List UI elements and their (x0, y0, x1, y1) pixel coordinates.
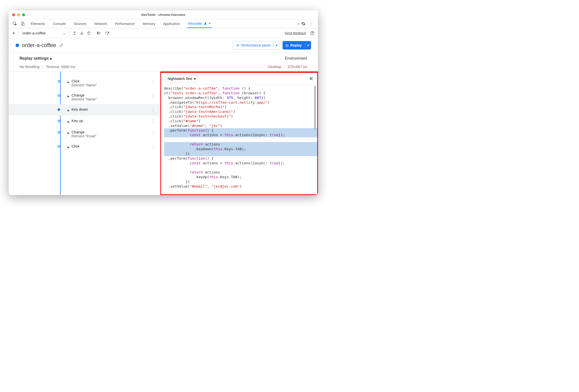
step-menu-icon[interactable]: ⋮ (151, 79, 155, 84)
scrollbar-track[interactable] (314, 85, 316, 194)
step-menu-icon[interactable]: ⋮ (151, 93, 155, 98)
inspect-icon[interactable] (11, 21, 18, 26)
window-title: DevTools - chrome://version/ (9, 13, 318, 17)
replay-dropdown-icon[interactable]: ▾ (305, 43, 311, 47)
step-play-icon[interactable] (97, 31, 102, 35)
scrollbar-thumb[interactable] (314, 86, 316, 130)
step-dot-icon (58, 131, 60, 134)
export-icon[interactable] (72, 31, 77, 35)
replay-button-label: Replay (290, 43, 302, 47)
recording-name: order-a-coffee (22, 31, 46, 35)
chevron-right-icon: ▸ (68, 94, 70, 98)
tab-network[interactable]: Network (93, 19, 108, 28)
recording-selector[interactable]: order-a-coffee ⌵ (21, 31, 66, 35)
svg-rect-2 (22, 23, 24, 25)
close-window-button[interactable] (12, 13, 15, 16)
step-title: Change (72, 93, 160, 97)
minimize-window-button[interactable] (17, 13, 20, 16)
performance-panel-label: Performance panel (241, 43, 271, 47)
step-subtitle: Element "Name" (72, 83, 160, 87)
separator (43, 64, 43, 69)
steps-panel: ▸ClickElement "Name"⋮▸ChangeElement "Nam… (9, 72, 160, 195)
panel-tabs: ElementsConsoleSourcesNetworkPerformance… (9, 19, 318, 28)
chevron-right-icon: ▸ (68, 108, 70, 113)
step-row[interactable]: ▸ClickElement "Name"⋮ (9, 76, 160, 90)
recorder-toolbar: + order-a-coffee ⌵ Send feedback (9, 28, 318, 38)
device-toggle-icon[interactable] (19, 21, 26, 26)
step-row[interactable]: ▸Click⋮ (9, 141, 160, 153)
chevron-down-icon: ▾ (194, 77, 196, 81)
replay-button[interactable]: ▷ Replay ▾ (283, 41, 311, 50)
separator (27, 21, 27, 26)
chevron-right-icon: ▸ (68, 145, 70, 150)
tab-performance[interactable]: Performance (114, 19, 136, 28)
tab-memory[interactable]: Memory (142, 19, 156, 28)
step-title: Change (72, 130, 160, 134)
chevron-right-icon: ▸ (68, 119, 70, 124)
svg-point-4 (107, 34, 108, 35)
chevron-right-icon: ▸ (68, 80, 70, 84)
step-menu-icon[interactable]: ⋮ (151, 107, 155, 113)
env-device: Desktop (268, 65, 281, 69)
performance-panel-button[interactable]: Performance panel ▾ (233, 41, 280, 50)
step-row[interactable]: ▸Key up⋮ (9, 116, 160, 127)
edit-title-icon[interactable] (59, 43, 64, 48)
step-dot-icon (58, 108, 60, 111)
step-title: Click (72, 79, 160, 83)
help-icon[interactable] (310, 31, 314, 35)
titlebar: DevTools - chrome://version/ (9, 10, 318, 19)
new-recording-button[interactable]: + (12, 30, 15, 36)
replay-settings-toggle[interactable]: Replay settings ▸ (19, 56, 52, 61)
tab-elements[interactable]: Elements (30, 19, 46, 28)
step-menu-icon[interactable]: ⋮ (151, 144, 155, 150)
code-panel-toolbar: Nightwatch Test ▾ ✕ (161, 73, 317, 85)
close-tab-icon[interactable]: ✕ (208, 22, 211, 25)
code-body[interactable]: describe("order-a-coffee", function () {… (161, 85, 317, 194)
step-title: Key down (72, 107, 160, 111)
separator (94, 30, 94, 36)
gauge-icon (236, 43, 240, 47)
settings-subrow: No throttling Timeout: 5000 ms Desktop 3… (9, 64, 318, 71)
export-format-label: Nightwatch Test (168, 77, 192, 81)
performance-dropdown-icon[interactable]: ▾ (273, 43, 279, 47)
tab-recorder[interactable]: Recorder✕ (187, 19, 212, 28)
svg-point-6 (237, 46, 238, 46)
separator (284, 64, 285, 69)
recording-status-dot (16, 44, 19, 47)
step-row[interactable]: ▸ChangeElement "Email"⋮ (9, 127, 160, 141)
maximize-window-button[interactable] (22, 13, 25, 16)
flask-icon (204, 22, 207, 25)
separator (69, 30, 70, 36)
step-menu-icon[interactable]: ⋮ (151, 119, 155, 124)
window-controls (12, 13, 25, 16)
more-tabs-icon[interactable]: » (295, 21, 301, 26)
env-dimensions: 375×667 px (288, 65, 307, 69)
throttling-value: No throttling (19, 65, 40, 69)
step-row[interactable]: ▸Key down⋮ (9, 104, 160, 116)
export-format-dropdown[interactable]: Nightwatch Test ▾ (165, 75, 199, 82)
devtools-window: DevTools - chrome://version/ ElementsCon… (9, 10, 318, 195)
step-dot-icon (58, 145, 60, 148)
step-subtitle: Element "Email" (72, 134, 160, 138)
step-dot-icon (58, 94, 60, 97)
settings-gear-icon[interactable] (301, 21, 306, 26)
tab-console[interactable]: Console (52, 19, 67, 28)
tab-sources[interactable]: Sources (73, 19, 87, 28)
kebab-menu-icon[interactable]: ⋮ (309, 21, 313, 26)
import-icon[interactable] (80, 31, 84, 35)
environment-title: Environment (285, 56, 307, 61)
step-dot-icon (58, 120, 60, 122)
step-title: Click (72, 144, 160, 148)
step-menu-icon[interactable]: ⋮ (151, 130, 155, 135)
tab-application[interactable]: Application (162, 19, 181, 28)
step-over-icon[interactable] (105, 31, 110, 35)
delete-icon[interactable] (87, 31, 91, 35)
close-panel-icon[interactable]: ✕ (309, 76, 313, 82)
chevron-right-icon: ▸ (68, 131, 70, 135)
timeout-value: Timeout: 5000 ms (46, 65, 75, 69)
play-icon: ▷ (286, 43, 289, 47)
send-feedback-link[interactable]: Send feedback (285, 31, 306, 35)
step-row[interactable]: ▸ChangeElement "Name"⋮ (9, 90, 160, 104)
step-subtitle: Element "Name" (72, 97, 160, 101)
step-title: Key up (72, 119, 160, 123)
